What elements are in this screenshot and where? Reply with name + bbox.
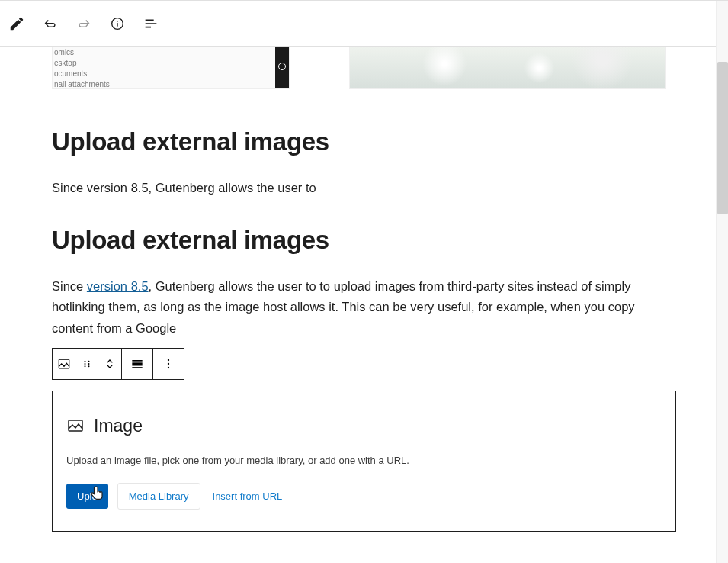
placeholder-description: Upload an image file, pick one from your… xyxy=(66,455,662,466)
toolbar-group-align xyxy=(122,349,153,379)
list-view-icon xyxy=(143,15,159,32)
block-type-button[interactable] xyxy=(53,349,75,379)
drag-icon xyxy=(79,356,95,372)
svg-point-4 xyxy=(85,361,86,362)
list-item: ocuments xyxy=(54,69,110,79)
toolbar-group-more xyxy=(153,349,184,379)
drag-handle-button[interactable] xyxy=(75,349,98,379)
text-fragment: Since xyxy=(52,279,87,293)
image-icon xyxy=(66,417,85,435)
paragraph-intro-2[interactable]: Since version 8.5, Gutenberg allows the … xyxy=(52,276,676,339)
edit-icon-button[interactable] xyxy=(3,10,30,37)
svg-point-1 xyxy=(117,20,118,21)
svg-rect-10 xyxy=(132,360,142,362)
svg-point-8 xyxy=(85,365,86,367)
mover-button[interactable] xyxy=(98,349,121,379)
preview-images-row: omics esktop ocuments nail attachments xyxy=(52,47,676,89)
placeholder-header: Image xyxy=(66,416,662,436)
image-block-placeholder[interactable]: Image Upload an image file, pick one fro… xyxy=(52,391,676,532)
toolbar-group-type xyxy=(53,349,122,379)
svg-point-7 xyxy=(88,363,90,365)
button-label: Uplo xyxy=(77,491,98,502)
preview-sidebar-dark xyxy=(275,47,289,88)
insert-from-url-button[interactable]: Insert from URL xyxy=(210,484,286,509)
more-options-button[interactable] xyxy=(153,349,184,379)
svg-point-6 xyxy=(85,363,86,365)
svg-rect-2 xyxy=(117,23,117,27)
heading-upload-images-2[interactable]: Upload external images xyxy=(52,226,676,255)
pencil-icon xyxy=(8,15,25,32)
heading-upload-images-1[interactable]: Upload external images xyxy=(52,127,676,156)
preview-image-left: omics esktop ocuments nail attachments xyxy=(52,47,290,89)
svg-point-5 xyxy=(88,361,90,362)
svg-rect-11 xyxy=(132,362,142,365)
preview-image-right xyxy=(349,47,666,89)
paragraph-cors-note[interactable]: If you cannot see the button, it probabl… xyxy=(52,559,676,563)
undo-button[interactable] xyxy=(37,10,64,37)
svg-point-15 xyxy=(168,367,169,368)
more-vertical-icon xyxy=(161,356,176,372)
info-icon xyxy=(109,15,126,32)
outline-button[interactable] xyxy=(137,10,165,37)
undo-icon xyxy=(42,15,59,32)
redo-icon xyxy=(75,15,92,32)
svg-rect-12 xyxy=(132,367,142,368)
align-button[interactable] xyxy=(122,349,152,379)
placeholder-title: Image xyxy=(94,416,143,436)
svg-point-9 xyxy=(88,365,90,367)
editor-content: omics esktop ocuments nail attachments U… xyxy=(0,47,728,563)
paragraph-intro-1[interactable]: Since version 8.5, Gutenberg allows the … xyxy=(52,178,676,198)
play-circle-icon xyxy=(278,63,286,70)
align-icon xyxy=(130,356,145,372)
svg-point-14 xyxy=(168,363,169,365)
upload-button[interactable]: Uplo xyxy=(66,484,108,509)
list-item: omics xyxy=(54,47,110,58)
redo-button[interactable] xyxy=(70,10,98,37)
scrollbar-thumb[interactable] xyxy=(717,62,728,214)
image-icon xyxy=(56,356,72,372)
list-item: esktop xyxy=(54,58,110,69)
vertical-scrollbar[interactable] xyxy=(716,1,728,563)
placeholder-actions: Uplo Media Library Insert from URL xyxy=(66,483,662,510)
media-library-button[interactable]: Media Library xyxy=(117,483,200,510)
preview-left-text: omics esktop ocuments nail attachments xyxy=(54,47,110,89)
info-button[interactable] xyxy=(104,10,131,37)
block-toolbar xyxy=(52,348,184,380)
version-link[interactable]: version 8.5 xyxy=(87,279,149,293)
svg-point-13 xyxy=(168,359,169,361)
editor-top-toolbar xyxy=(0,0,728,47)
chevron-updown-icon xyxy=(102,356,117,372)
list-item: nail attachments xyxy=(54,79,110,89)
